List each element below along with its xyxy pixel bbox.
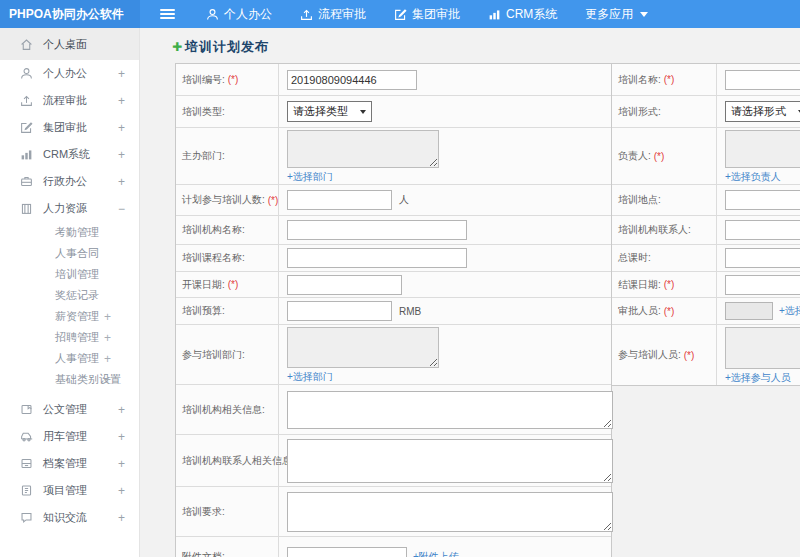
topnav-more-apps[interactable]: 更多应用 — [571, 0, 662, 28]
sidebar-subitem-salary[interactable]: 薪资管理 + — [0, 306, 139, 327]
unit-label: RMB — [399, 306, 421, 317]
approver-input[interactable] — [725, 302, 773, 320]
budget-input[interactable] — [287, 301, 392, 321]
contact-info-textarea[interactable] — [287, 439, 613, 483]
training-form-left: 培训编号:(*) 培训类型: 请选择类型 主办部门: +选择部门 计划参与培训人… — [175, 63, 612, 557]
select-join-people-link[interactable]: +选择参与人员 — [725, 371, 791, 385]
sidebar-subitem-personnel[interactable]: 人事管理 + — [0, 348, 139, 369]
workflow-icon — [300, 8, 313, 21]
workflow-icon — [20, 94, 34, 108]
field-label: 计划参与培训人数:(*) — [176, 185, 279, 215]
sidebar-item-crm[interactable]: CRM系统 + — [0, 141, 139, 168]
hours-input[interactable] — [725, 248, 800, 268]
archive-icon — [20, 457, 34, 471]
host-dept-textarea[interactable] — [287, 130, 439, 168]
training-name-input[interactable] — [725, 70, 800, 90]
expander[interactable]: + — [118, 457, 125, 471]
sidebar-item-knowledge[interactable]: 知识交流 + — [0, 504, 139, 531]
menu-toggle-icon[interactable] — [150, 0, 184, 28]
plus-icon: ✚ — [172, 41, 182, 53]
row-join-people: 参与培训人员:(*) +选择参与人员 — [612, 325, 800, 385]
expander[interactable]: + — [118, 511, 125, 525]
sidebar-item-official-docs[interactable]: 公文管理 + — [0, 396, 139, 423]
expander[interactable]: + — [104, 352, 111, 366]
row-org-name: 培训机构名称: — [176, 216, 611, 245]
training-type-select[interactable]: 请选择类型 — [287, 101, 372, 122]
sidebar-item-personal-office[interactable]: 个人办公 + — [0, 60, 139, 87]
expander[interactable]: + — [104, 373, 111, 387]
join-dept-textarea[interactable] — [287, 327, 439, 368]
field-label: 培训编号:(*) — [176, 64, 279, 95]
expander[interactable]: + — [118, 430, 125, 444]
field-label: 培训课程名称: — [176, 245, 279, 271]
sidebar-subitem-attendance[interactable]: 考勤管理 — [0, 222, 139, 243]
course-name-input[interactable] — [287, 248, 467, 268]
org-contact-input[interactable] — [725, 220, 800, 240]
sidebar-subitem-hr-contract[interactable]: 人事合同 — [0, 243, 139, 264]
sidebar-item-personal-desktop[interactable]: 个人桌面 — [0, 28, 139, 60]
planned-count-input[interactable] — [287, 190, 392, 210]
leader-textarea[interactable] — [725, 130, 800, 168]
attachment-upload-link[interactable]: +附件上传 — [413, 550, 459, 557]
briefcase-icon — [20, 175, 34, 189]
training-mode-select[interactable]: 请选择形式 — [725, 101, 800, 122]
attachment-input[interactable] — [287, 547, 407, 557]
sidebar-subitem-base-category[interactable]: 基础类别设置 + — [0, 369, 139, 390]
sidebar-item-admin-office[interactable]: 行政办公 + — [0, 168, 139, 195]
sidebar-subitem-rewards[interactable]: 奖惩记录 — [0, 285, 139, 306]
top-bar: PHPOA协同办公软件 个人办公 流程审批 集团审批 CRM系统 更多应用 — [0, 0, 800, 28]
requirement-textarea[interactable] — [287, 492, 613, 532]
field-label: 培训名称:(*) — [612, 64, 717, 95]
row-course-name: 培训课程名称: — [176, 245, 611, 272]
required-mark: (*) — [228, 74, 239, 85]
topnav-personal-office[interactable]: 个人办公 — [192, 0, 286, 28]
row-training-no: 培训编号:(*) — [176, 64, 611, 96]
field-label: 培训类型: — [176, 96, 279, 127]
row-requirement: 培训要求: — [176, 487, 611, 537]
topnav-group-approval[interactable]: 集团审批 — [380, 0, 474, 28]
sidebar-item-group-approval[interactable]: 集团审批 + — [0, 114, 139, 141]
org-info-textarea[interactable] — [287, 391, 613, 429]
sidebar-subitem-training[interactable]: 培训管理 — [0, 264, 139, 285]
collapse-expander[interactable]: − — [118, 202, 125, 216]
phpoa-app: { "header": { "logo": "PHPOA协同办公软件", "na… — [0, 0, 800, 557]
sidebar-item-hr[interactable]: 人力资源 − — [0, 195, 139, 222]
topnav-crm[interactable]: CRM系统 — [474, 0, 571, 28]
row-attachment: 附件文档: +附件上传 — [176, 537, 611, 557]
sidebar-item-projects[interactable]: 项目管理 + — [0, 477, 139, 504]
sidebar-item-archives[interactable]: 档案管理 + — [0, 450, 139, 477]
field-label: 主办部门: — [176, 128, 279, 184]
expander[interactable]: + — [118, 121, 125, 135]
row-training-mode: 培训形式: 请选择形式 — [612, 96, 800, 128]
select-approver-link[interactable]: +选择审批人员 — [779, 304, 800, 318]
topnav-workflow-approval[interactable]: 流程审批 — [286, 0, 380, 28]
expander[interactable]: + — [118, 148, 125, 162]
row-training-name: 培训名称:(*) — [612, 64, 800, 96]
expander[interactable]: + — [118, 94, 125, 108]
expander[interactable]: + — [118, 67, 125, 81]
end-date-input[interactable] — [725, 275, 800, 295]
sidebar-item-vehicle[interactable]: 用车管理 + — [0, 423, 139, 450]
join-people-textarea[interactable] — [725, 327, 800, 369]
field-label: 培训机构相关信息: — [176, 385, 279, 434]
start-date-input[interactable] — [287, 275, 402, 295]
training-no-input[interactable] — [287, 70, 417, 90]
org-name-input[interactable] — [287, 220, 467, 240]
sidebar: 个人桌面 个人办公 + 流程审批 + 集团审批 + CRM系统 + 行政办公 +… — [0, 28, 140, 557]
app-logo: PHPOA协同办公软件 — [0, 0, 140, 28]
row-org-contact: 培训机构联系人: — [612, 216, 800, 245]
field-label: 培训机构联系人: — [612, 216, 717, 244]
sidebar-subitem-recruit[interactable]: 招聘管理 + — [0, 327, 139, 348]
chat-icon — [20, 511, 34, 525]
expander[interactable]: + — [118, 484, 125, 498]
expander[interactable]: + — [118, 403, 125, 417]
select-dept-link[interactable]: +选择部门 — [287, 370, 333, 384]
select-leader-link[interactable]: +选择负责人 — [725, 170, 781, 184]
sidebar-item-workflow-approval[interactable]: 流程审批 + — [0, 87, 139, 114]
expander[interactable]: + — [104, 331, 111, 345]
select-dept-link[interactable]: +选择部门 — [287, 170, 333, 184]
expander[interactable]: + — [118, 175, 125, 189]
place-input[interactable] — [725, 190, 800, 210]
required-mark: (*) — [654, 151, 665, 162]
expander[interactable]: + — [104, 310, 111, 324]
